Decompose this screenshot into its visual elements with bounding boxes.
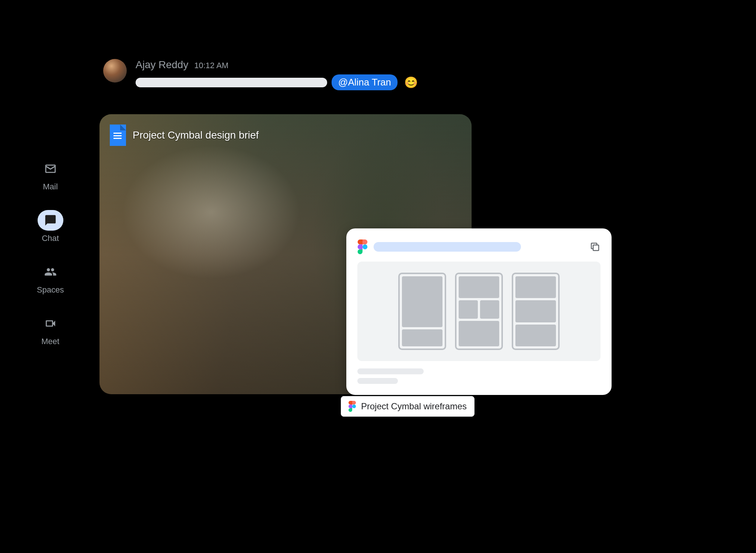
nav-meet[interactable]: Meet: [38, 313, 63, 346]
sender-avatar[interactable]: [103, 59, 127, 83]
smile-emoji: 😊: [404, 76, 418, 89]
google-docs-icon: [110, 125, 126, 146]
figma-meta: [357, 368, 601, 384]
message-text-placeholder: [136, 78, 327, 87]
doc-title: Project Cymbal design brief: [133, 129, 259, 141]
svg-rect-1: [593, 245, 599, 251]
copy-icon[interactable]: [589, 241, 601, 252]
wireframe-1: [398, 273, 446, 350]
chat-message: Ajay Reddy 10:12 AM @Alina Tran 😊: [103, 59, 418, 90]
figma-canvas: [357, 262, 601, 361]
sender-name: Ajay Reddy: [136, 59, 188, 71]
figma-filename-chip[interactable]: Project Cymbal wireframes: [341, 396, 475, 417]
svg-point-0: [363, 244, 367, 249]
nav-chat-label: Chat: [42, 234, 59, 243]
nav-spaces[interactable]: Spaces: [37, 262, 64, 295]
wireframe-2: [455, 273, 503, 350]
nav-meet-label: Meet: [41, 337, 59, 346]
chat-icon: [38, 210, 63, 231]
meet-icon: [38, 313, 63, 334]
figma-icon: [349, 401, 356, 412]
mention-chip[interactable]: @Alina Tran: [332, 74, 398, 90]
figma-chip-label: Project Cymbal wireframes: [361, 401, 467, 412]
message-timestamp: 10:12 AM: [194, 61, 228, 70]
svg-point-2: [352, 405, 356, 408]
nav-chat[interactable]: Chat: [38, 210, 63, 243]
mail-icon: [38, 158, 63, 179]
figma-preview-card[interactable]: [346, 228, 612, 395]
nav-mail[interactable]: Mail: [38, 158, 63, 192]
wireframe-3: [512, 273, 560, 350]
app-sidebar: Mail Chat Spaces Meet: [37, 158, 64, 346]
nav-mail-label: Mail: [43, 182, 58, 192]
nav-spaces-label: Spaces: [37, 285, 64, 295]
spaces-icon: [38, 262, 63, 282]
figma-title-placeholder: [374, 242, 521, 252]
figma-icon: [357, 239, 368, 254]
